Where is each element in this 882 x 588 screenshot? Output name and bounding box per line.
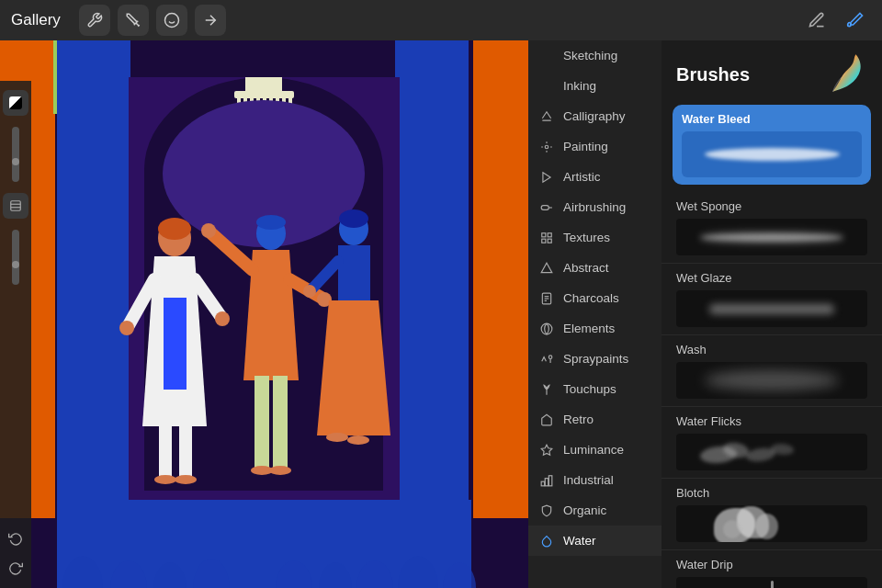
opacity-slider[interactable] — [12, 230, 19, 285]
category-item-inking[interactable]: Inking — [528, 71, 662, 101]
svg-point-50 — [269, 466, 291, 475]
svg-rect-72 — [541, 205, 548, 209]
category-label-industrial: Industrial — [563, 473, 614, 487]
category-label-painting: Painting — [563, 140, 608, 153]
svg-marker-86 — [541, 445, 552, 455]
brush-size-slider[interactable] — [12, 127, 19, 182]
category-label-luminance: Luminance — [563, 443, 624, 457]
brush-preview-water-flicks — [676, 434, 867, 470]
artistic-icon — [539, 170, 554, 185]
category-label-retro: Retro — [563, 413, 594, 426]
brush-item-blotch[interactable]: Blotch — [662, 479, 882, 550]
svg-point-46 — [201, 223, 216, 238]
brush-item-wet-sponge[interactable]: Wet Sponge — [662, 192, 882, 264]
brush-preview-wet-sponge — [676, 219, 867, 255]
category-item-calligraphy[interactable]: Calligraphy — [528, 101, 662, 131]
category-item-airbrushing[interactable]: Airbrushing — [528, 192, 662, 222]
brush-name-wash: Wash — [676, 343, 867, 356]
magic-tool[interactable] — [118, 5, 149, 36]
wrench-tool[interactable] — [79, 5, 110, 36]
category-item-luminance[interactable]: Luminance — [528, 435, 662, 465]
active-brush-preview — [682, 131, 862, 177]
pen-tool[interactable] — [801, 5, 832, 36]
svg-rect-74 — [542, 232, 546, 236]
brush-name-water-flicks: Water Flicks — [676, 414, 867, 428]
brush-categories-panel: Sketching Inking Calligraphy Painting Ar… — [528, 40, 662, 588]
active-brush-water-bleed[interactable]: Water Bleed — [673, 105, 871, 185]
sketching-icon — [539, 49, 554, 63]
smudge-tool[interactable] — [156, 5, 187, 36]
svg-rect-43 — [254, 376, 269, 468]
svg-point-41 — [256, 215, 286, 230]
svg-marker-54 — [317, 300, 390, 435]
category-label-abstract: Abstract — [563, 261, 609, 275]
gallery-button[interactable]: Gallery — [11, 11, 61, 29]
category-item-artistic[interactable]: Artistic — [528, 162, 662, 192]
redo-button[interactable] — [3, 555, 28, 581]
textures-icon — [539, 231, 554, 245]
category-item-painting[interactable]: Painting — [528, 131, 662, 162]
svg-point-52 — [339, 209, 368, 228]
category-item-charcoals[interactable]: Charcoals — [528, 283, 662, 313]
svg-point-83 — [541, 323, 552, 334]
brushes-header: Brushes — [662, 40, 882, 105]
svg-point-33 — [119, 321, 134, 335]
brush-item-wet-glaze[interactable]: Wet Glaze — [662, 264, 882, 335]
color-selector[interactable] — [3, 90, 28, 116]
svg-point-35 — [215, 311, 230, 326]
tool-icons — [79, 5, 226, 36]
category-item-touchups[interactable]: Touchups — [528, 374, 662, 404]
brushes-panel: Brushes Water Bleed Wet Sponge — [662, 40, 882, 588]
category-item-textures[interactable]: Textures — [528, 222, 662, 253]
category-item-water[interactable]: Water — [528, 526, 662, 556]
canvas-area[interactable] — [0, 40, 528, 588]
layers-button[interactable] — [3, 193, 28, 219]
category-label-artistic: Artistic — [563, 170, 601, 184]
category-item-abstract[interactable]: Abstract — [528, 253, 662, 283]
active-brush-name: Water Bleed — [682, 112, 862, 126]
brush-item-water-drip[interactable]: Water Drip — [662, 550, 882, 588]
inking-icon — [539, 79, 554, 94]
svg-rect-88 — [545, 478, 548, 485]
category-item-retro[interactable]: Retro — [528, 404, 662, 435]
retro-icon — [539, 413, 554, 427]
brushes-title: Brushes — [676, 64, 750, 85]
svg-point-29 — [158, 218, 191, 240]
brush-preview-wash — [676, 362, 867, 399]
procreate-logo — [821, 51, 867, 97]
undo-button[interactable] — [3, 526, 28, 551]
category-label-airbrushing: Airbrushing — [563, 200, 626, 214]
category-item-elements[interactable]: Elements — [528, 313, 662, 344]
svg-rect-75 — [548, 232, 551, 236]
svg-rect-37 — [179, 422, 192, 477]
svg-point-71 — [545, 145, 548, 149]
water-icon — [539, 534, 554, 548]
category-item-spraypaints[interactable]: Spraypaints — [528, 344, 662, 374]
elements-icon — [539, 322, 554, 336]
category-item-organic[interactable]: Organic — [528, 495, 662, 526]
svg-rect-76 — [548, 239, 551, 243]
luminance-icon — [539, 443, 554, 458]
category-label-inking: Inking — [563, 79, 596, 93]
svg-point-3 — [164, 14, 178, 28]
svg-rect-87 — [541, 481, 545, 486]
svg-point-58 — [347, 435, 369, 445]
svg-point-38 — [154, 475, 176, 484]
category-label-water: Water — [563, 534, 596, 548]
svg-rect-7 — [473, 40, 528, 518]
toolbar: Gallery — [0, 0, 882, 40]
svg-rect-16 — [234, 91, 294, 98]
svg-rect-53 — [338, 245, 370, 300]
brush-name-blotch: Blotch — [676, 486, 867, 500]
svg-point-57 — [326, 433, 348, 442]
category-label-calligraphy: Calligraphy — [563, 109, 626, 123]
category-label-charcoals: Charcoals — [563, 291, 619, 305]
category-label-sketching: Sketching — [563, 49, 617, 62]
brush-tool[interactable] — [840, 5, 871, 36]
brush-item-water-flicks[interactable]: Water Flicks — [662, 407, 882, 479]
brush-item-wash[interactable]: Wash — [662, 335, 882, 407]
arrow-tool[interactable] — [195, 5, 226, 36]
category-item-industrial[interactable]: Industrial — [528, 465, 662, 495]
brush-preview-wet-glaze — [676, 290, 867, 327]
category-item-sketching[interactable]: Sketching — [528, 40, 662, 71]
